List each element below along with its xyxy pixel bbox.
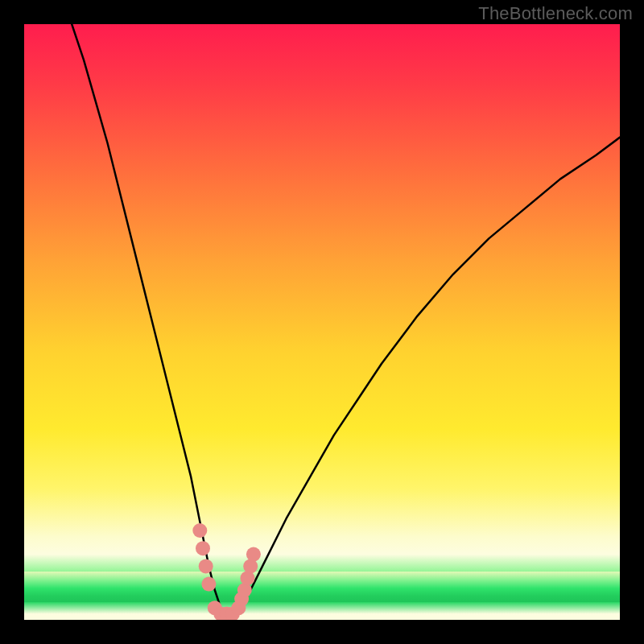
chart-frame: TheBottleneck.com [0, 0, 644, 644]
marker-dot [201, 577, 216, 592]
marker-dot [199, 559, 213, 573]
marker-dot [196, 541, 210, 555]
marker-dot [246, 547, 261, 562]
bottleneck-curve [72, 24, 620, 614]
chart-svg [24, 24, 620, 620]
curve-layer [72, 24, 620, 614]
plot-area [24, 24, 620, 620]
watermark-text: TheBottleneck.com [478, 3, 633, 24]
marker-dot [192, 523, 207, 538]
